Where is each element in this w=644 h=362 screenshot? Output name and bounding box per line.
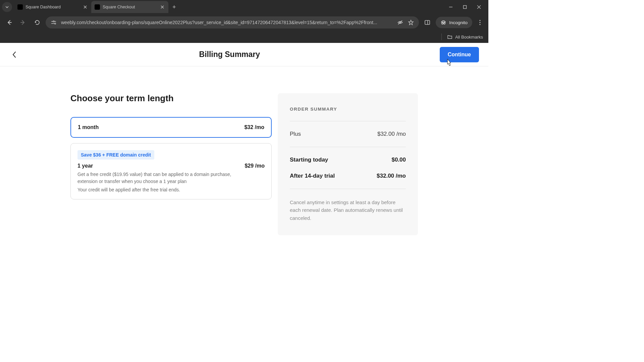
new-tab-button[interactable]: + (168, 4, 180, 11)
back-icon[interactable] (3, 17, 15, 28)
term-name: 1 year (77, 163, 93, 169)
term-option-1-year[interactable]: Save $36 + FREE domain credit 1 year $29… (70, 143, 272, 199)
browser-chrome: Square Dashboard Square Checkout + (0, 0, 488, 43)
term-note: Your credit will be applied after the fr… (77, 187, 265, 192)
folder-icon (447, 34, 452, 40)
tab-square-dashboard[interactable]: Square Dashboard (14, 1, 91, 13)
favicon-icon (17, 4, 23, 10)
close-window-icon[interactable] (475, 3, 483, 11)
svg-rect-2 (54, 21, 56, 22)
summary-plan-row: Plus $32.00 /mo (290, 131, 406, 137)
tab-title: Square Dashboard (25, 5, 80, 9)
cancel-disclaimer: Cancel anytime in settings at least a da… (290, 198, 406, 222)
side-panel-icon[interactable] (422, 17, 433, 28)
page-title: Billing Summary (199, 50, 260, 59)
incognito-icon (440, 19, 446, 25)
after-trial-value: $32.00 /mo (377, 173, 406, 179)
section-heading: Choose your term length (70, 93, 272, 104)
all-bookmarks-link[interactable]: All Bookmarks (455, 35, 483, 40)
page-content: Billing Summary Continue Choose your ter… (0, 43, 488, 274)
page-header: Billing Summary Continue (0, 43, 488, 66)
incognito-chip[interactable]: Incognito (436, 17, 472, 28)
incognito-label: Incognito (449, 20, 468, 25)
starting-value: $0.00 (391, 157, 406, 163)
divider (290, 147, 406, 147)
divider (441, 34, 442, 40)
svg-rect-4 (51, 23, 54, 24)
reload-icon[interactable] (32, 17, 43, 28)
close-icon[interactable] (83, 4, 88, 10)
svg-rect-1 (51, 21, 53, 22)
order-summary-title: ORDER SUMMARY (290, 107, 406, 112)
svg-point-11 (479, 22, 480, 23)
summary-after-trial-row: After 14-day trial $32.00 /mo (290, 173, 406, 179)
svg-point-9 (444, 23, 445, 24)
close-icon[interactable] (160, 4, 165, 10)
tab-search-dropdown[interactable] (2, 2, 12, 12)
summary-starting-row: Starting today $0.00 (290, 157, 406, 163)
svg-point-8 (442, 23, 443, 24)
promo-badge: Save $36 + FREE domain credit (77, 150, 154, 160)
back-button[interactable] (9, 50, 19, 60)
term-description: Get a free credit ($19.95 value) that ca… (77, 171, 252, 185)
svg-rect-7 (425, 20, 430, 24)
forward-icon[interactable] (17, 17, 29, 28)
url-text: weebly.com/checkout/onboarding-plans/squ… (61, 20, 393, 25)
tab-square-checkout[interactable]: Square Checkout (91, 1, 168, 13)
svg-rect-0 (464, 6, 467, 9)
svg-point-3 (53, 21, 54, 22)
after-trial-label: After 14-day trial (290, 173, 335, 179)
favicon-icon (95, 4, 100, 10)
maximize-icon[interactable] (461, 3, 469, 11)
svg-point-10 (479, 20, 480, 21)
menu-dots-icon[interactable] (475, 17, 485, 27)
continue-button[interactable]: Continue (440, 47, 479, 62)
content-area: Choose your term length 1 month $32 /mo … (0, 66, 488, 235)
eye-off-icon[interactable] (397, 19, 404, 26)
plan-name: Plus (290, 131, 301, 137)
bookmarks-bar: All Bookmarks (0, 31, 488, 43)
term-price: $32 /mo (244, 124, 264, 130)
term-selection-column: Choose your term length 1 month $32 /mo … (70, 93, 272, 235)
order-summary-panel: ORDER SUMMARY Plus $32.00 /mo Starting t… (278, 93, 418, 235)
term-option-1-month[interactable]: 1 month $32 /mo (70, 117, 272, 138)
divider (290, 189, 406, 189)
address-bar[interactable]: weebly.com/checkout/onboarding-plans/squ… (46, 16, 419, 28)
plan-price: $32.00 /mo (377, 131, 406, 137)
starting-label: Starting today (290, 157, 328, 163)
divider (290, 121, 406, 121)
tab-bar: Square Dashboard Square Checkout + (0, 0, 488, 14)
bookmark-star-icon[interactable] (408, 19, 414, 26)
tab-title: Square Checkout (103, 5, 157, 9)
window-controls (447, 3, 488, 11)
address-bar-row: weebly.com/checkout/onboarding-plans/squ… (0, 14, 488, 31)
term-price: $29 /mo (245, 163, 265, 169)
minimize-icon[interactable] (447, 3, 455, 11)
svg-point-12 (479, 24, 480, 25)
site-settings-icon[interactable] (50, 19, 57, 26)
term-name: 1 month (78, 124, 99, 130)
svg-point-5 (55, 23, 56, 24)
